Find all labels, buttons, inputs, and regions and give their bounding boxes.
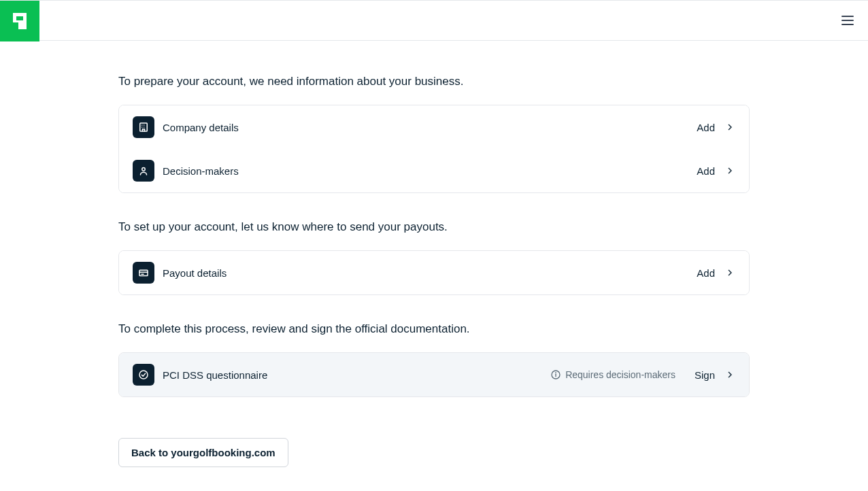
logo[interactable] bbox=[0, 1, 39, 41]
row-action: Sign bbox=[695, 369, 715, 381]
company-details-row[interactable]: Company details Add bbox=[119, 105, 749, 149]
pci-questionnaire-row[interactable]: PCI DSS questionnaire Requires decision-… bbox=[119, 353, 749, 396]
row-note-text: Requires decision-makers bbox=[565, 369, 675, 380]
svg-rect-0 bbox=[16, 16, 23, 20]
row-action: Add bbox=[697, 267, 715, 279]
chevron-right-icon bbox=[724, 122, 735, 133]
row-label: Payout details bbox=[163, 267, 697, 279]
main-content: To prepare your account, we need informa… bbox=[118, 41, 750, 491]
logo-icon bbox=[9, 10, 31, 32]
section-heading: To set up your account, let us know wher… bbox=[118, 220, 750, 234]
section-heading: To prepare your account, we need informa… bbox=[118, 75, 750, 88]
card-group: ✗ Payout details Add bbox=[118, 250, 750, 295]
chevron-right-icon bbox=[724, 267, 735, 278]
hamburger-icon bbox=[841, 16, 854, 25]
menu-button[interactable] bbox=[827, 1, 868, 40]
svg-rect-10 bbox=[139, 270, 148, 275]
person-icon bbox=[133, 160, 154, 182]
card-group: ✗ PCI DSS questionnaire Requires decisi bbox=[118, 352, 750, 397]
check-circle-icon bbox=[133, 364, 154, 386]
header bbox=[0, 0, 868, 41]
card-group: ✗ Company details Add bbox=[118, 105, 750, 193]
row-action: Add bbox=[697, 122, 715, 133]
row-label: PCI DSS questionnaire bbox=[163, 369, 550, 381]
row-label: Decision-makers bbox=[163, 165, 697, 177]
row-action: Add bbox=[697, 165, 715, 177]
section-heading: To complete this process, review and sig… bbox=[118, 322, 750, 336]
chevron-right-icon bbox=[724, 165, 735, 176]
card-icon bbox=[133, 262, 154, 284]
svg-point-16 bbox=[556, 373, 556, 373]
svg-point-9 bbox=[142, 168, 146, 171]
back-button[interactable]: Back to yourgolfbooking.com bbox=[118, 438, 288, 467]
payout-details-row[interactable]: Payout details Add bbox=[119, 251, 749, 294]
row-label: Company details bbox=[163, 122, 697, 133]
row-note: Requires decision-makers bbox=[550, 369, 675, 380]
info-icon bbox=[550, 369, 561, 380]
building-icon bbox=[133, 116, 154, 138]
decision-makers-row[interactable]: Decision-makers Add bbox=[119, 149, 749, 192]
svg-point-13 bbox=[139, 371, 148, 379]
chevron-right-icon bbox=[724, 369, 735, 380]
